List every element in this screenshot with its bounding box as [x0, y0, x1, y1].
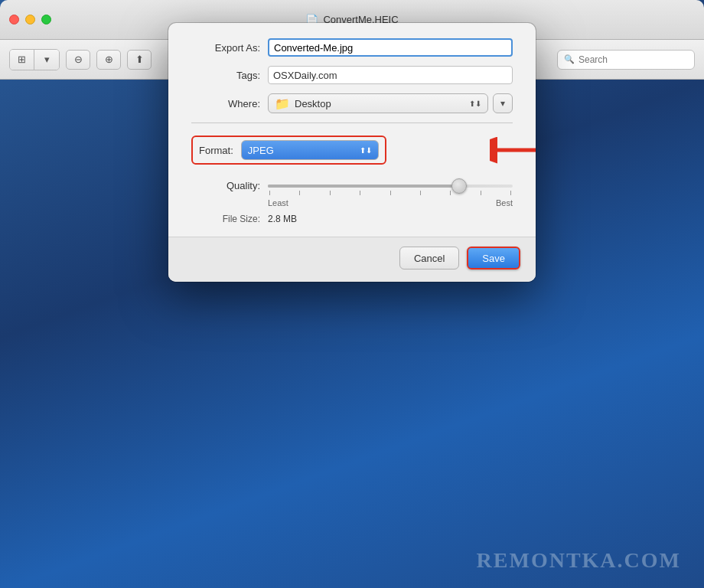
format-chevron-icon: ⬆⬇ — [360, 146, 372, 155]
slider-thumb[interactable] — [451, 178, 467, 194]
save-dialog: Export As: Tags: Where: 📁 Desktop ⬆ — [168, 23, 536, 282]
expand-button[interactable]: ▾ — [493, 93, 513, 113]
slider-track — [268, 185, 513, 188]
filesize-value: 2.8 MB — [268, 214, 297, 224]
tick — [450, 191, 451, 195]
export-as-row: Export As: — [191, 38, 513, 57]
quality-label: Quality: — [191, 180, 260, 191]
tick — [390, 191, 391, 195]
where-row: Where: 📁 Desktop ⬆⬇ ▾ — [191, 93, 513, 113]
tags-input[interactable] — [268, 66, 513, 84]
watermark: REMONTKA.COM — [477, 548, 681, 573]
dialog-body: Export As: Tags: Where: 📁 Desktop ⬆ — [168, 23, 536, 123]
where-select-content: 📁 Desktop — [275, 96, 331, 111]
tick — [510, 191, 511, 195]
tick — [481, 191, 481, 195]
where-chevron-icon: ⬆⬇ — [469, 100, 481, 108]
where-controls: 📁 Desktop ⬆⬇ ▾ — [268, 93, 513, 113]
tick — [269, 191, 270, 195]
divider — [191, 122, 513, 123]
format-section: Format: JPEG ⬆⬇ — [168, 136, 536, 224]
tags-label: Tags: — [191, 70, 260, 81]
format-value: JPEG — [248, 145, 274, 156]
red-arrow — [490, 131, 536, 169]
filesize-row: File Size: 2.8 MB — [191, 214, 513, 224]
tick — [299, 191, 300, 195]
format-row: Format: JPEG ⬆⬇ — [191, 136, 513, 165]
where-select[interactable]: 📁 Desktop ⬆⬇ — [268, 93, 488, 113]
tick — [420, 191, 421, 195]
filesize-label: File Size: — [191, 214, 260, 224]
folder-icon: 📁 — [275, 96, 290, 111]
format-select[interactable]: JPEG ⬆⬇ — [241, 140, 379, 160]
format-highlight-box: Format: JPEG ⬆⬇ — [191, 136, 386, 165]
chevron-down-icon: ▾ — [500, 98, 505, 109]
slider-best-label: Best — [496, 198, 513, 207]
slider-least-label: Least — [268, 198, 288, 207]
export-as-label: Export As: — [191, 42, 260, 54]
tick — [360, 191, 360, 195]
export-as-input[interactable] — [268, 38, 513, 57]
format-label: Format: — [199, 145, 233, 156]
tick — [330, 191, 331, 195]
main-content: Export As: Tags: Where: 📁 Desktop ⬆ — [0, 0, 704, 508]
dialog-footer: Cancel Save — [168, 237, 536, 282]
save-button[interactable]: Save — [467, 247, 520, 270]
tags-row: Tags: — [191, 66, 513, 84]
cancel-button[interactable]: Cancel — [399, 247, 459, 270]
slider-fill — [268, 185, 459, 188]
slider-ticks — [268, 191, 513, 195]
where-label: Where: — [191, 98, 260, 109]
where-value: Desktop — [295, 98, 331, 109]
quality-slider-container — [268, 175, 513, 195]
quality-row: Quality: — [191, 175, 513, 195]
